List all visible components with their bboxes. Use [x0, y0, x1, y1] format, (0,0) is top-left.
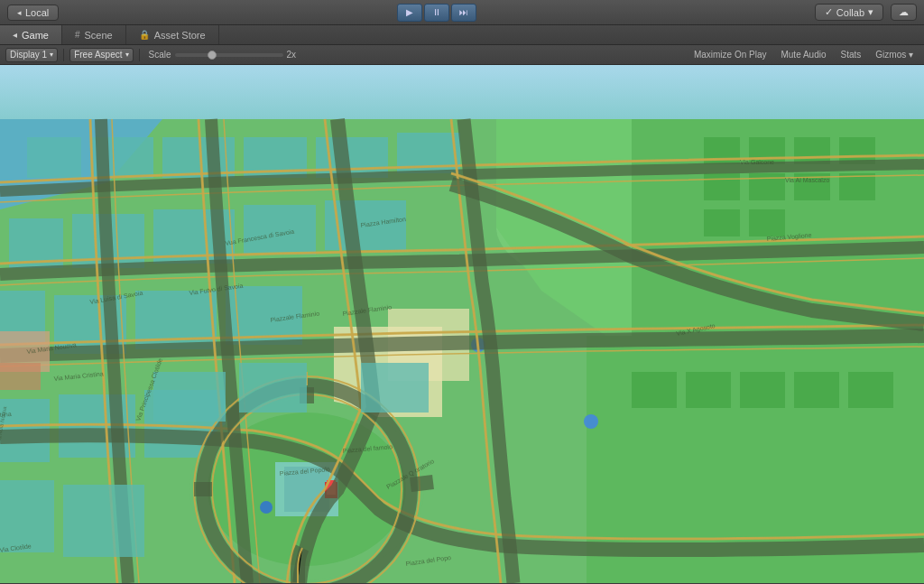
tab-scene-label: Scene	[85, 30, 113, 41]
svg-rect-14	[704, 209, 740, 236]
scale-value: 2x	[287, 50, 297, 60]
scene-tab-icon: #	[75, 30, 80, 40]
stats-button[interactable]: Stats	[836, 48, 867, 62]
svg-rect-54	[153, 372, 226, 422]
tab-game-label: Game	[22, 30, 49, 41]
tab-bar: ◂ Game # Scene 🔒 Asset Store	[0, 25, 924, 45]
svg-rect-19	[740, 372, 785, 408]
play-button[interactable]: ▶	[397, 4, 422, 22]
svg-rect-20	[794, 372, 839, 408]
tab-asset-store[interactable]: 🔒 Asset Store	[126, 25, 219, 44]
maximize-on-play-button[interactable]: Maximize On Play	[688, 48, 772, 62]
view-toolbar: Display 1 Free Aspect Scale 2x Maximize …	[0, 45, 924, 65]
svg-rect-18	[686, 372, 731, 408]
svg-rect-55	[239, 363, 307, 413]
svg-point-49	[584, 414, 598, 429]
stats-label: Stats	[841, 50, 862, 60]
local-button[interactable]: Local	[7, 5, 59, 21]
display-select[interactable]: Display 1	[5, 48, 58, 62]
toolbar-separator-2	[139, 49, 140, 61]
cloud-icon: ☁	[899, 6, 909, 17]
maximize-on-play-label: Maximize On Play	[694, 50, 767, 60]
play-icon: ▶	[406, 7, 413, 17]
tab-asset-store-label: Asset Store	[154, 30, 206, 41]
toolbar-separator-1	[63, 49, 64, 61]
tab-scene[interactable]: # Scene	[62, 25, 126, 44]
local-label: Local	[25, 7, 49, 18]
scale-slider-container	[175, 53, 283, 57]
pause-button[interactable]: ⏸	[424, 4, 449, 22]
aspect-select[interactable]: Free Aspect	[69, 48, 133, 62]
game-tab-icon: ◂	[13, 30, 17, 40]
tab-game[interactable]: ◂ Game	[0, 25, 62, 44]
map-svg: Via Maria Nouova Via Maria Cristina Via …	[0, 65, 924, 583]
play-controls: ▶ ⏸ ⏭	[397, 4, 476, 22]
svg-point-50	[260, 501, 273, 514]
collab-chevron-icon: ▾	[868, 6, 873, 18]
svg-rect-21	[848, 372, 893, 408]
svg-rect-13	[839, 173, 875, 200]
display-label: Display 1	[10, 50, 47, 60]
svg-rect-8	[794, 137, 830, 164]
scale-label: Scale	[149, 50, 171, 60]
aspect-label: Free Aspect	[74, 50, 122, 60]
svg-rect-56	[361, 363, 429, 413]
svg-rect-57	[0, 480, 54, 552]
step-button[interactable]: ⏭	[451, 4, 476, 22]
mute-audio-button[interactable]: Mute Audio	[775, 48, 831, 62]
gizmos-label: Gizmos	[875, 50, 906, 60]
svg-rect-22	[27, 137, 81, 178]
scale-slider-thumb	[208, 51, 217, 60]
gizmos-chevron-icon: ▾	[909, 50, 913, 60]
pause-icon: ⏸	[432, 7, 441, 17]
mute-audio-label: Mute Audio	[781, 50, 826, 60]
cloud-button[interactable]: ☁	[891, 4, 917, 21]
svg-rect-15	[749, 209, 785, 236]
gizmos-button[interactable]: Gizmos ▾	[870, 48, 919, 62]
svg-rect-58	[63, 485, 144, 557]
svg-rect-10	[704, 173, 740, 200]
collab-button[interactable]: ✓ Collab ▾	[815, 4, 883, 21]
game-view: Via Maria Nouova Via Maria Cristina Via …	[0, 65, 924, 583]
svg-rect-60	[0, 363, 41, 390]
collab-check-icon: ✓	[825, 6, 833, 18]
svg-text:Via Al Mascalzo: Via Al Mascalzo	[785, 177, 829, 183]
asset-store-tab-icon: 🔒	[139, 30, 150, 40]
map-canvas: Via Maria Nouova Via Maria Cristina Via …	[0, 65, 924, 583]
scale-slider[interactable]	[175, 53, 283, 57]
top-toolbar: Local ▶ ⏸ ⏭ ✓ Collab ▾ ☁	[0, 0, 924, 25]
step-icon: ⏭	[459, 7, 468, 17]
collab-label: Collab	[836, 7, 864, 18]
svg-rect-17	[632, 372, 677, 408]
svg-text:Via Galcone: Via Galcone	[740, 159, 774, 165]
